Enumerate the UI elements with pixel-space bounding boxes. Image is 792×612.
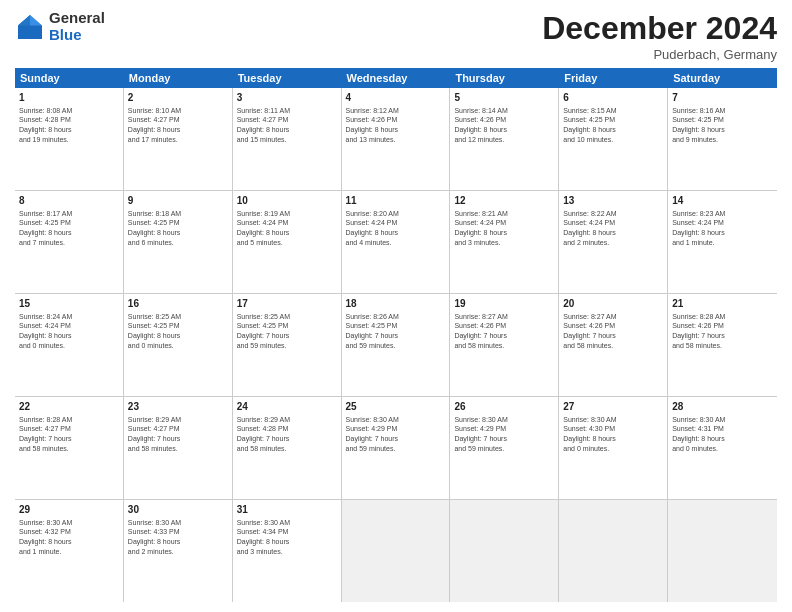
- day-info: Sunrise: 8:24 AMSunset: 4:24 PMDaylight:…: [19, 312, 119, 351]
- logo: General Blue: [15, 10, 105, 43]
- calendar-row-1: 1Sunrise: 8:08 AMSunset: 4:28 PMDaylight…: [15, 88, 777, 191]
- table-row: 20Sunrise: 8:27 AMSunset: 4:26 PMDayligh…: [559, 294, 668, 396]
- day-info: Sunrise: 8:08 AMSunset: 4:28 PMDaylight:…: [19, 106, 119, 145]
- day-number: 28: [672, 400, 773, 414]
- svg-marker-2: [18, 15, 30, 26]
- table-row: 28Sunrise: 8:30 AMSunset: 4:31 PMDayligh…: [668, 397, 777, 499]
- day-number: 25: [346, 400, 446, 414]
- day-info: Sunrise: 8:10 AMSunset: 4:27 PMDaylight:…: [128, 106, 228, 145]
- day-number: 14: [672, 194, 773, 208]
- table-row: 26Sunrise: 8:30 AMSunset: 4:29 PMDayligh…: [450, 397, 559, 499]
- day-number: 23: [128, 400, 228, 414]
- page: General Blue December 2024 Puderbach, Ge…: [0, 0, 792, 612]
- table-row: 30Sunrise: 8:30 AMSunset: 4:33 PMDayligh…: [124, 500, 233, 602]
- day-number: 24: [237, 400, 337, 414]
- location: Puderbach, Germany: [542, 47, 777, 62]
- day-info: Sunrise: 8:22 AMSunset: 4:24 PMDaylight:…: [563, 209, 663, 248]
- day-info: Sunrise: 8:27 AMSunset: 4:26 PMDaylight:…: [563, 312, 663, 351]
- day-info: Sunrise: 8:30 AMSunset: 4:34 PMDaylight:…: [237, 518, 337, 557]
- day-number: 2: [128, 91, 228, 105]
- day-number: 20: [563, 297, 663, 311]
- day-number: 6: [563, 91, 663, 105]
- day-info: Sunrise: 8:20 AMSunset: 4:24 PMDaylight:…: [346, 209, 446, 248]
- calendar-row-5: 29Sunrise: 8:30 AMSunset: 4:32 PMDayligh…: [15, 500, 777, 602]
- day-number: 18: [346, 297, 446, 311]
- table-row: 3Sunrise: 8:11 AMSunset: 4:27 PMDaylight…: [233, 88, 342, 190]
- table-row: 13Sunrise: 8:22 AMSunset: 4:24 PMDayligh…: [559, 191, 668, 293]
- day-number: 15: [19, 297, 119, 311]
- day-number: 9: [128, 194, 228, 208]
- calendar-row-3: 15Sunrise: 8:24 AMSunset: 4:24 PMDayligh…: [15, 294, 777, 397]
- table-row: 8Sunrise: 8:17 AMSunset: 4:25 PMDaylight…: [15, 191, 124, 293]
- day-number: 26: [454, 400, 554, 414]
- table-row: 22Sunrise: 8:28 AMSunset: 4:27 PMDayligh…: [15, 397, 124, 499]
- logo-general-text: General: [49, 10, 105, 27]
- day-info: Sunrise: 8:25 AMSunset: 4:25 PMDaylight:…: [237, 312, 337, 351]
- header-day-tuesday: Tuesday: [233, 68, 342, 88]
- calendar-header: SundayMondayTuesdayWednesdayThursdayFrid…: [15, 68, 777, 88]
- day-number: 10: [237, 194, 337, 208]
- table-row: 19Sunrise: 8:27 AMSunset: 4:26 PMDayligh…: [450, 294, 559, 396]
- calendar-row-2: 8Sunrise: 8:17 AMSunset: 4:25 PMDaylight…: [15, 191, 777, 294]
- day-number: 11: [346, 194, 446, 208]
- calendar-row-4: 22Sunrise: 8:28 AMSunset: 4:27 PMDayligh…: [15, 397, 777, 500]
- day-number: 4: [346, 91, 446, 105]
- day-number: 27: [563, 400, 663, 414]
- day-number: 3: [237, 91, 337, 105]
- table-row: 12Sunrise: 8:21 AMSunset: 4:24 PMDayligh…: [450, 191, 559, 293]
- table-row: 29Sunrise: 8:30 AMSunset: 4:32 PMDayligh…: [15, 500, 124, 602]
- day-info: Sunrise: 8:19 AMSunset: 4:24 PMDaylight:…: [237, 209, 337, 248]
- table-row: 4Sunrise: 8:12 AMSunset: 4:26 PMDaylight…: [342, 88, 451, 190]
- day-info: Sunrise: 8:30 AMSunset: 4:29 PMDaylight:…: [346, 415, 446, 454]
- table-row: 24Sunrise: 8:29 AMSunset: 4:28 PMDayligh…: [233, 397, 342, 499]
- table-row: 2Sunrise: 8:10 AMSunset: 4:27 PMDaylight…: [124, 88, 233, 190]
- day-number: 19: [454, 297, 554, 311]
- table-row: 31Sunrise: 8:30 AMSunset: 4:34 PMDayligh…: [233, 500, 342, 602]
- day-info: Sunrise: 8:28 AMSunset: 4:27 PMDaylight:…: [19, 415, 119, 454]
- logo-blue-text: Blue: [49, 27, 105, 44]
- day-number: 22: [19, 400, 119, 414]
- table-row: [342, 500, 451, 602]
- day-info: Sunrise: 8:17 AMSunset: 4:25 PMDaylight:…: [19, 209, 119, 248]
- day-info: Sunrise: 8:18 AMSunset: 4:25 PMDaylight:…: [128, 209, 228, 248]
- day-number: 21: [672, 297, 773, 311]
- day-number: 29: [19, 503, 119, 517]
- calendar-body: 1Sunrise: 8:08 AMSunset: 4:28 PMDaylight…: [15, 88, 777, 602]
- table-row: 16Sunrise: 8:25 AMSunset: 4:25 PMDayligh…: [124, 294, 233, 396]
- day-info: Sunrise: 8:14 AMSunset: 4:26 PMDaylight:…: [454, 106, 554, 145]
- header-day-monday: Monday: [124, 68, 233, 88]
- day-number: 12: [454, 194, 554, 208]
- day-number: 1: [19, 91, 119, 105]
- day-number: 13: [563, 194, 663, 208]
- table-row: 9Sunrise: 8:18 AMSunset: 4:25 PMDaylight…: [124, 191, 233, 293]
- day-number: 5: [454, 91, 554, 105]
- table-row: 11Sunrise: 8:20 AMSunset: 4:24 PMDayligh…: [342, 191, 451, 293]
- day-info: Sunrise: 8:12 AMSunset: 4:26 PMDaylight:…: [346, 106, 446, 145]
- table-row: 6Sunrise: 8:15 AMSunset: 4:25 PMDaylight…: [559, 88, 668, 190]
- table-row: 18Sunrise: 8:26 AMSunset: 4:25 PMDayligh…: [342, 294, 451, 396]
- table-row: [559, 500, 668, 602]
- calendar: SundayMondayTuesdayWednesdayThursdayFrid…: [15, 68, 777, 602]
- table-row: 17Sunrise: 8:25 AMSunset: 4:25 PMDayligh…: [233, 294, 342, 396]
- table-row: [450, 500, 559, 602]
- table-row: 14Sunrise: 8:23 AMSunset: 4:24 PMDayligh…: [668, 191, 777, 293]
- day-info: Sunrise: 8:16 AMSunset: 4:25 PMDaylight:…: [672, 106, 773, 145]
- day-number: 31: [237, 503, 337, 517]
- table-row: 15Sunrise: 8:24 AMSunset: 4:24 PMDayligh…: [15, 294, 124, 396]
- day-number: 30: [128, 503, 228, 517]
- header-day-wednesday: Wednesday: [342, 68, 451, 88]
- day-number: 7: [672, 91, 773, 105]
- table-row: 27Sunrise: 8:30 AMSunset: 4:30 PMDayligh…: [559, 397, 668, 499]
- day-info: Sunrise: 8:30 AMSunset: 4:32 PMDaylight:…: [19, 518, 119, 557]
- day-number: 16: [128, 297, 228, 311]
- day-info: Sunrise: 8:15 AMSunset: 4:25 PMDaylight:…: [563, 106, 663, 145]
- header-day-sunday: Sunday: [15, 68, 124, 88]
- table-row: 7Sunrise: 8:16 AMSunset: 4:25 PMDaylight…: [668, 88, 777, 190]
- header-day-thursday: Thursday: [450, 68, 559, 88]
- day-info: Sunrise: 8:27 AMSunset: 4:26 PMDaylight:…: [454, 312, 554, 351]
- table-row: 21Sunrise: 8:28 AMSunset: 4:26 PMDayligh…: [668, 294, 777, 396]
- day-info: Sunrise: 8:29 AMSunset: 4:28 PMDaylight:…: [237, 415, 337, 454]
- table-row: 10Sunrise: 8:19 AMSunset: 4:24 PMDayligh…: [233, 191, 342, 293]
- logo-text: General Blue: [49, 10, 105, 43]
- header-day-saturday: Saturday: [668, 68, 777, 88]
